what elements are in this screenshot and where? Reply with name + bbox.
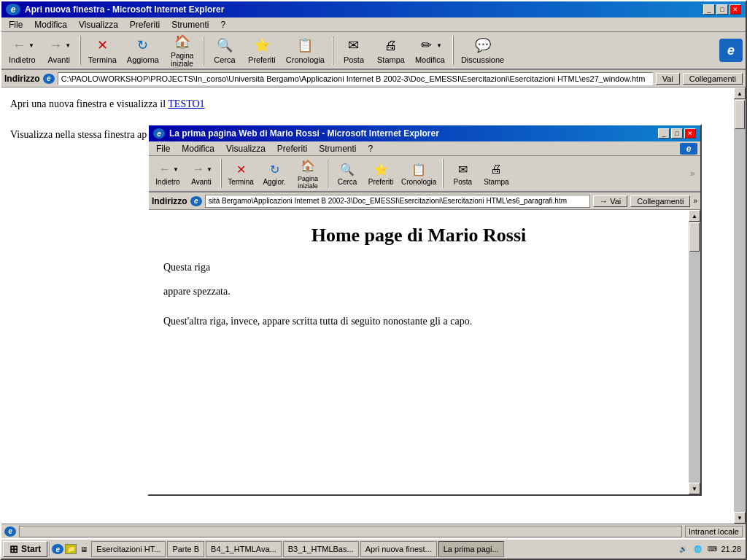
inner-favorites-btn[interactable]: ⭐ Preferiti bbox=[365, 160, 397, 187]
outer-refresh-btn[interactable]: ↻ Aggiorna bbox=[123, 35, 163, 66]
outer-menu-help[interactable]: ? bbox=[217, 18, 231, 31]
edit-label: Modifica bbox=[415, 55, 445, 64]
inner-title-icon: e bbox=[153, 128, 165, 139]
home-label: Paginainiziale bbox=[171, 52, 193, 68]
inner-back-btn[interactable]: ← ▼ Indietro bbox=[152, 160, 184, 187]
inner-title-text: La prima pagina Web di Mario Rossi - Mic… bbox=[169, 128, 439, 139]
start-label: Start bbox=[21, 544, 41, 554]
inner-scrollbar: ▲ ▼ bbox=[689, 210, 700, 494]
inner-forward-btn[interactable]: → ▼ Avanti bbox=[185, 160, 217, 187]
inner-menu-file[interactable]: File bbox=[152, 142, 174, 155]
taskbar-item-label: B3_1_HTMLBas... bbox=[288, 545, 354, 553]
status-zone: Intranet locale bbox=[685, 526, 743, 537]
line1-prefix: Apri una nuova finestra e visualizza il bbox=[10, 98, 168, 109]
inner-ie-logo: e bbox=[680, 143, 697, 155]
inner-close-btn[interactable]: ✕ bbox=[684, 128, 696, 139]
inner-scroll-thumb[interactable] bbox=[689, 222, 700, 252]
outer-menu-file[interactable]: File bbox=[4, 18, 27, 31]
inner-sep-3 bbox=[442, 159, 444, 188]
inner-home-btn[interactable]: 🏠 Paginainiziale bbox=[292, 157, 324, 191]
outer-forward-btn[interactable]: → ▼ Avanti bbox=[42, 35, 77, 66]
testo1-link[interactable]: TESTO1 bbox=[168, 98, 204, 109]
favorites-label: Preferiti bbox=[248, 55, 276, 64]
outer-scroll-thumb[interactable] bbox=[735, 100, 745, 129]
forward-label: Avanti bbox=[48, 55, 70, 64]
systray-icon-3: ⌨ bbox=[706, 544, 718, 554]
inner-home-label: Paginainiziale bbox=[298, 175, 318, 190]
inner-favorites-icon: ⭐ bbox=[373, 161, 389, 177]
outer-menu-modifica[interactable]: Modifica bbox=[30, 18, 71, 31]
outer-mail-btn[interactable]: ✉ Posta bbox=[336, 35, 371, 66]
inner-menu-modifica[interactable]: Modifica bbox=[177, 142, 219, 155]
inner-restore-btn[interactable]: □ bbox=[671, 128, 683, 139]
taskbar-item-laprima[interactable]: La prima pagi... bbox=[438, 541, 504, 557]
outer-scroll-track bbox=[734, 99, 746, 512]
taskbar-item-b31[interactable]: B3_1_HTMLBas... bbox=[283, 541, 359, 557]
outer-edit-btn[interactable]: ✏ ▼ Modifica bbox=[411, 35, 449, 66]
inner-go-button[interactable]: → Vai bbox=[593, 195, 627, 207]
outer-restore-btn[interactable]: □ bbox=[716, 4, 728, 15]
inner-title-left: e La prima pagina Web di Mario Rossi - M… bbox=[153, 128, 439, 139]
inner-mail-btn[interactable]: ✉ Posta bbox=[446, 160, 479, 187]
taskbar-item-apri[interactable]: Apri nuova finest... bbox=[360, 541, 437, 557]
inner-toolbar-more[interactable]: » bbox=[687, 168, 697, 179]
back-arrow-icon: ▼ bbox=[28, 42, 34, 49]
mario-para3: Quest'altra riga, invece, appare scritta… bbox=[163, 312, 674, 330]
outer-scroll-up-btn[interactable]: ▲ bbox=[734, 88, 746, 99]
systray-icon-1: 🔊 bbox=[677, 544, 689, 554]
outer-favorites-btn[interactable]: ⭐ Preferiti bbox=[244, 35, 280, 66]
outer-menu-strumenti[interactable]: Strumenti bbox=[167, 18, 213, 31]
outer-home-btn[interactable]: 🏠 Paginainiziale bbox=[165, 31, 200, 69]
outer-stop-btn[interactable]: ✕ Termina bbox=[84, 35, 121, 66]
outer-menu-preferiti[interactable]: Preferiti bbox=[125, 18, 164, 31]
outer-close-btn[interactable]: ✕ bbox=[729, 4, 741, 15]
taskbar-item-esercitazioni[interactable]: Esercitazioni HT... bbox=[91, 541, 166, 557]
taskbar-extra-icon[interactable]: 🖥 bbox=[78, 544, 90, 554]
edit-arrow-icon: ▼ bbox=[436, 42, 442, 49]
outer-print-btn[interactable]: 🖨 Stampa bbox=[373, 35, 409, 66]
home-icon: 🏠 bbox=[174, 33, 191, 50]
inner-history-btn[interactable]: 📋 Cronologia bbox=[398, 160, 439, 187]
inner-minimize-btn[interactable]: _ bbox=[658, 128, 670, 139]
forward-icon: → bbox=[47, 36, 64, 54]
inner-menu-visualizza[interactable]: Visualizza bbox=[222, 142, 270, 155]
outer-back-btn[interactable]: ← ▼ Indietro bbox=[4, 35, 40, 66]
outer-title-icon: e bbox=[6, 4, 20, 15]
taskbar-item-parteb[interactable]: Parte B bbox=[167, 541, 204, 557]
inner-links-arrow: » bbox=[693, 197, 697, 205]
inner-address-input[interactable] bbox=[205, 195, 590, 208]
outer-search-btn[interactable]: 🔍 Cerca bbox=[207, 35, 242, 66]
mario-para2: appare spezzata. bbox=[163, 282, 674, 300]
inner-menu-strumenti[interactable]: Strumenti bbox=[314, 142, 360, 155]
outer-scroll-down-btn[interactable]: ▼ bbox=[734, 512, 746, 524]
inner-search-btn[interactable]: 🔍 Cerca bbox=[331, 160, 363, 187]
outer-menu-visualizza[interactable]: Visualizza bbox=[74, 18, 123, 31]
start-button[interactable]: ⊞ Start bbox=[3, 541, 47, 557]
taskbar: ⊞ Start e 📁 🖥 Esercitazioni HT... Parte … bbox=[1, 538, 746, 559]
inner-home-icon: 🏠 bbox=[300, 158, 316, 174]
print-label: Stampa bbox=[377, 55, 405, 64]
outer-window: e Apri nuova finestra - Microsoft Intern… bbox=[0, 0, 747, 560]
taskbar-ie-icon[interactable]: e bbox=[52, 544, 63, 554]
inner-links-button[interactable]: Collegamenti bbox=[630, 195, 690, 207]
inner-mail-label: Posta bbox=[454, 178, 473, 186]
inner-scroll-up-btn[interactable]: ▲ bbox=[689, 210, 700, 222]
taskbar-folder-icon[interactable]: 📁 bbox=[65, 544, 77, 554]
inner-menu-help[interactable]: ? bbox=[364, 142, 378, 155]
links-button[interactable]: Collegamenti bbox=[683, 73, 743, 85]
go-button[interactable]: Vai bbox=[656, 73, 680, 85]
inner-print-btn[interactable]: 🖨 Stampa bbox=[480, 160, 512, 187]
address-input[interactable] bbox=[58, 72, 653, 85]
inner-favorites-label: Preferiti bbox=[368, 178, 393, 186]
inner-scroll-down-btn[interactable]: ▼ bbox=[689, 483, 700, 494]
back-icon: ← bbox=[10, 36, 28, 54]
outer-discuss-btn[interactable]: 💬 Discussione bbox=[457, 35, 508, 66]
taskbar-item-b41[interactable]: B4_1_HTMLAva... bbox=[206, 541, 282, 557]
inner-address-bar: Indirizzo e → Vai Collegamenti » bbox=[149, 192, 700, 210]
outer-history-btn[interactable]: 📋 Cronologia bbox=[282, 35, 329, 66]
inner-refresh-btn[interactable]: ↻ Aggior. bbox=[258, 160, 290, 187]
inner-menu-preferiti[interactable]: Preferiti bbox=[273, 142, 311, 155]
outer-title-text: Apri nuova finestra - Microsoft Internet… bbox=[25, 4, 224, 15]
outer-minimize-btn[interactable]: _ bbox=[703, 4, 715, 15]
inner-stop-btn[interactable]: ✕ Termina bbox=[225, 160, 257, 187]
